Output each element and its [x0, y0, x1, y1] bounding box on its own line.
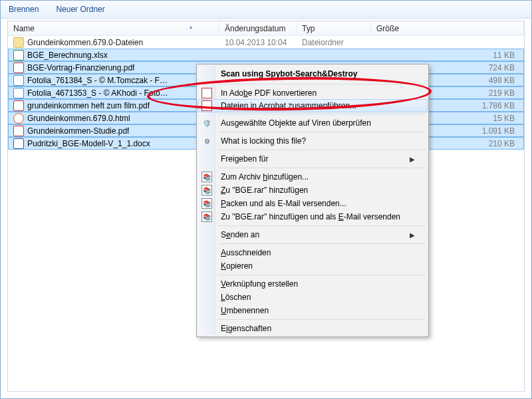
file-name: Grundeinkommen.679.0-Dateien	[27, 38, 143, 47]
ctx-share-for[interactable]: Freigeben für ▶	[198, 152, 427, 166]
ctx-share-for-label: Freigeben für	[221, 154, 268, 164]
column-header-date[interactable]: Änderungsdatum	[219, 21, 297, 35]
ctx-what-is-locking-label: What is locking this file?	[221, 136, 306, 146]
ctx-separator	[218, 84, 426, 84]
column-header-size[interactable]: Größe	[371, 21, 524, 35]
xls-icon	[13, 50, 24, 61]
file-name: grundeinkommen heft zum film.pdf	[27, 101, 150, 110]
img-icon	[13, 88, 24, 98]
ctx-rar-and-email[interactable]: 📚 Zu "BGE.rar" hinzufügen und als E-Mail…	[198, 210, 427, 223]
ctx-add-to-bge-rar-label: Zu "BGE.rar" hinzufügen	[221, 186, 308, 195]
ctx-properties[interactable]: Eigenschaften	[198, 322, 427, 335]
folder-icon	[13, 37, 24, 48]
ctx-delete[interactable]: Löschen	[198, 291, 427, 304]
archive-icon: 📚	[201, 172, 212, 182]
ctx-separator	[218, 319, 426, 320]
table-row[interactable]: Grundeinkommen.679.0-Dateien10.04.2013 1…	[8, 36, 524, 49]
column-header-row: Name Änderungsdatum Typ Größe	[8, 21, 524, 36]
column-header-type[interactable]: Typ	[297, 21, 371, 35]
ctx-send-to-label: Senden an	[221, 230, 259, 239]
ctx-cut-label: Ausschneiden	[221, 248, 271, 257]
pdf-icon	[201, 100, 212, 111]
ctx-separator	[218, 150, 426, 150]
pdf-icon	[13, 100, 24, 111]
ctx-what-is-locking[interactable]: ⚙ What is locking this file?	[198, 134, 427, 148]
ctx-adobe-convert[interactable]: In Adobe PDF konvertieren	[198, 86, 427, 100]
ctx-add-to-archive[interactable]: 📚 Zum Archiv hinzufügen...	[198, 170, 427, 184]
explorer-window: Brennen Neuer Ordner Name Änderungsdatum…	[0, 0, 532, 399]
column-header-name[interactable]: Name	[8, 21, 219, 35]
file-type: Dateiordner	[297, 38, 371, 47]
file-date: 10.04.2013 10:04	[219, 38, 297, 47]
ctx-create-shortcut-label: Verknüpfung erstellen	[221, 279, 298, 289]
file-size: 11 KB	[371, 51, 524, 60]
archive-icon: 📚	[201, 211, 212, 222]
ctx-separator	[218, 168, 426, 168]
archive-icon: 📚	[201, 185, 212, 196]
pdf-icon	[13, 63, 24, 73]
context-menu: Scan using Spybot-Search&Destroy In Adob…	[196, 64, 429, 337]
ctx-properties-label: Eigenschaften	[221, 324, 271, 333]
shield-icon: 🛡️	[201, 118, 212, 128]
ctx-acrobat-combine[interactable]: Dateien in Acrobat zusammenführen...	[198, 99, 428, 112]
ctx-copy-label: Kopieren	[221, 261, 253, 271]
pdf-icon	[13, 126, 24, 136]
gear-icon: ⚙	[201, 136, 212, 146]
file-name: Fotolia_4671353_S - © AKhodi - Foto…	[27, 88, 168, 98]
archive-icon: 📚	[201, 198, 212, 209]
ctx-separator	[218, 225, 426, 226]
toolbar-burn[interactable]: Brennen	[9, 5, 39, 14]
ctx-rename[interactable]: Umbenennen	[198, 304, 427, 317]
table-row[interactable]: BGE_Berechnung.xlsx11 KB	[8, 49, 524, 61]
file-name: Grundeinkommen.679.0.html	[27, 114, 130, 123]
ctx-separator	[218, 243, 426, 244]
ctx-virus-check[interactable]: 🛡️ Ausgewählte Objekte auf Viren überprü…	[198, 116, 427, 130]
ctx-send-to[interactable]: Senden an ▶	[198, 228, 427, 241]
file-name: BGE-Vortrag-Finanzierung.pdf	[27, 63, 134, 72]
ctx-rar-and-email-label: Zu "BGE.rar" hinzufügen und als E-Mail v…	[221, 212, 400, 221]
ctx-virus-check-label: Ausgewählte Objekte auf Viren überprüfen	[221, 118, 371, 128]
toolbar: Brennen Neuer Ordner	[1, 1, 531, 19]
ctx-copy[interactable]: Kopieren	[198, 259, 427, 273]
ctx-spybot-scan[interactable]: Scan using Spybot-Search&Destroy	[198, 66, 427, 82]
submenu-arrow-icon: ▶	[410, 156, 415, 163]
ctx-adobe-convert-label: In Adobe PDF konvertieren	[221, 88, 317, 98]
ctx-delete-label: Löschen	[221, 293, 251, 302]
ctx-spybot-scan-label: Scan using Spybot-Search&Destroy	[221, 69, 357, 78]
ctx-separator	[218, 132, 426, 132]
ctx-separator	[218, 275, 426, 275]
ctx-pack-and-email-label: Packen und als E-Mail versenden...	[221, 199, 346, 208]
html-icon	[13, 113, 24, 124]
file-name: BGE_Berechnung.xlsx	[27, 51, 108, 60]
toolbar-new-folder[interactable]: Neuer Ordner	[56, 5, 104, 14]
ctx-add-to-archive-label: Zum Archiv hinzufügen...	[221, 172, 309, 182]
submenu-arrow-icon: ▶	[410, 231, 415, 239]
ctx-acrobat-combine-label: Dateien in Acrobat zusammenführen...	[221, 101, 356, 110]
img-icon	[13, 75, 24, 86]
ctx-cut[interactable]: Ausschneiden	[198, 246, 427, 259]
ctx-add-to-bge-rar[interactable]: 📚 Zu "BGE.rar" hinzufügen	[198, 184, 427, 197]
pdf-icon	[201, 88, 212, 98]
ctx-rename-label: Umbenennen	[221, 306, 269, 315]
file-name: Fotolia_761384_S - © M.Tomczak - F…	[27, 76, 168, 85]
ctx-create-shortcut[interactable]: Verknüpfung erstellen	[198, 277, 427, 291]
file-name: Pudritzki_BGE-Modell-V_1_1.docx	[27, 139, 150, 148]
file-name: Grundeinkommen-Studie.pdf	[27, 126, 129, 136]
ctx-separator	[218, 114, 426, 114]
doc-icon	[13, 138, 24, 149]
ctx-pack-and-email[interactable]: 📚 Packen und als E-Mail versenden...	[198, 197, 427, 210]
